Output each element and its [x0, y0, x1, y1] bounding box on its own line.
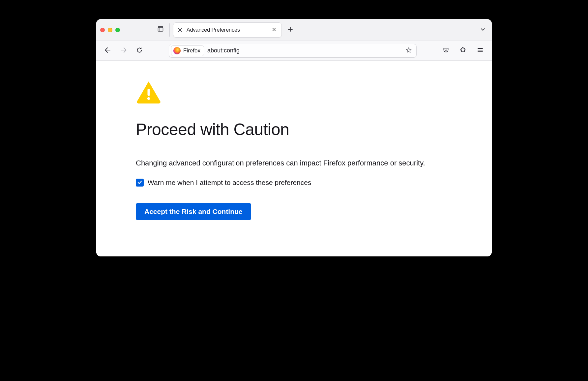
- close-icon: [272, 27, 276, 33]
- tab-title: Advanced Preferences: [187, 27, 266, 33]
- chevron-down-icon: [480, 27, 485, 33]
- new-tab-button[interactable]: [284, 24, 296, 36]
- identity-box[interactable]: Firefox: [171, 45, 204, 56]
- identity-label: Firefox: [183, 47, 200, 54]
- pocket-icon: [443, 47, 449, 55]
- firefox-logo-icon: [173, 47, 181, 54]
- sidebar-icon: [157, 26, 164, 34]
- browser-window: Advanced Preferences: [96, 19, 492, 256]
- minimize-window-button[interactable]: [108, 28, 112, 32]
- svg-rect-0: [158, 27, 163, 31]
- gear-icon: [177, 27, 183, 33]
- window-controls: [100, 28, 120, 32]
- page-title: Proceed with Caution: [136, 120, 492, 139]
- hamburger-icon: [477, 47, 484, 55]
- tab-strip: Advanced Preferences: [96, 19, 492, 41]
- warning-description: Changing advanced configuration preferen…: [136, 159, 465, 167]
- navigation-toolbar: Firefox about:config: [96, 41, 492, 61]
- warning-icon: [136, 80, 492, 103]
- plus-icon: [288, 27, 293, 33]
- forward-button[interactable]: [117, 44, 130, 57]
- all-tabs-button[interactable]: [477, 24, 488, 36]
- url-bar[interactable]: Firefox about:config: [169, 44, 417, 58]
- tab-close-button[interactable]: [270, 26, 278, 34]
- url-text: about:config: [207, 47, 400, 54]
- app-menu-button[interactable]: [474, 44, 486, 57]
- sidebar-toggle-button[interactable]: [155, 24, 166, 36]
- warn-checkbox-label: Warn me when I attempt to access these p…: [148, 179, 311, 187]
- svg-rect-2: [159, 26, 163, 27]
- warn-checkbox[interactable]: [136, 179, 144, 187]
- svg-marker-10: [406, 47, 411, 52]
- pocket-button[interactable]: [440, 44, 452, 57]
- svg-rect-14: [148, 89, 150, 96]
- page-content: Proceed with Caution Changing advanced c…: [96, 61, 492, 256]
- tab-active[interactable]: Advanced Preferences: [173, 22, 282, 38]
- star-icon: [405, 47, 412, 55]
- puzzle-icon: [460, 47, 466, 55]
- zoom-window-button[interactable]: [115, 28, 120, 32]
- back-button[interactable]: [102, 44, 114, 57]
- arrow-left-icon: [104, 46, 111, 55]
- reload-button[interactable]: [133, 44, 146, 57]
- extensions-button[interactable]: [457, 44, 469, 57]
- bookmark-star-button[interactable]: [403, 45, 414, 56]
- svg-point-15: [147, 97, 150, 100]
- tab-divider: [169, 23, 170, 37]
- tabbar-right: [477, 24, 488, 36]
- accept-risk-button[interactable]: Accept the Risk and Continue: [136, 203, 251, 220]
- checkmark-icon: [137, 179, 142, 187]
- close-window-button[interactable]: [100, 28, 105, 32]
- warn-checkbox-row[interactable]: Warn me when I attempt to access these p…: [136, 179, 492, 187]
- svg-point-3: [179, 29, 181, 31]
- arrow-right-icon: [120, 46, 127, 55]
- toolbar-right: [440, 44, 486, 57]
- reload-icon: [136, 47, 143, 55]
